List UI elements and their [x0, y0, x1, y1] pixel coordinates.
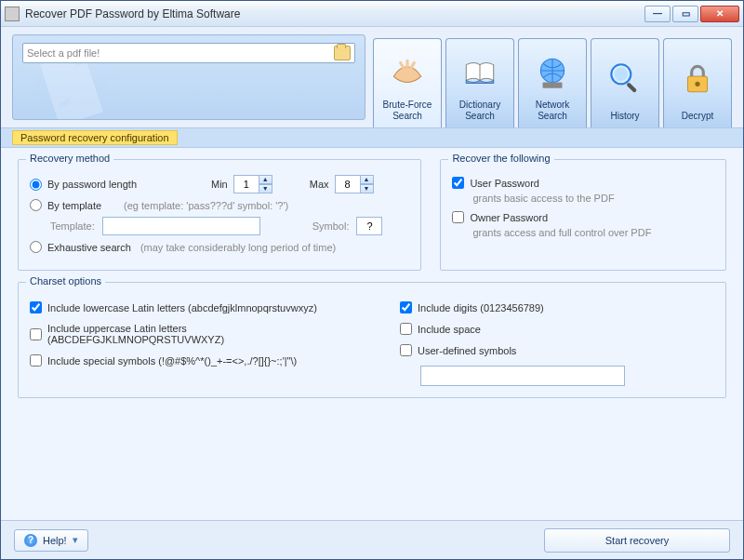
- file-input[interactable]: Select a pdf file!: [22, 43, 355, 63]
- user-password-label: User Password: [470, 178, 539, 189]
- dropdown-icon: ▾: [73, 534, 78, 546]
- min-label: Min: [211, 179, 228, 190]
- max-label: Max: [310, 179, 329, 190]
- radio-by-length-row: By password length Min ▲▼ Max ▲▼: [30, 175, 409, 193]
- checkbox-lowercase[interactable]: [30, 301, 42, 313]
- checkbox-user-defined[interactable]: [400, 344, 412, 356]
- window-title: Recover PDF Password by Eltima Software: [25, 7, 644, 20]
- window-controls: — ▭ ✕: [644, 6, 739, 22]
- checkbox-user-password[interactable]: [452, 177, 464, 189]
- padlock-icon: [678, 45, 717, 111]
- group-legend: Charset options: [26, 275, 105, 287]
- browse-folder-icon[interactable]: [334, 46, 351, 60]
- radio-by-template-label: By template: [47, 200, 101, 211]
- tab-brute-force[interactable]: Brute-Force Search: [373, 38, 442, 127]
- exhaustive-hint: (may take considerably long period of ti…: [140, 242, 336, 253]
- tab-network[interactable]: Network Search: [518, 38, 587, 127]
- user-password-hint: grants basic access to the PDF: [472, 193, 714, 204]
- template-input[interactable]: [102, 217, 260, 235]
- tab-history[interactable]: History: [591, 38, 659, 127]
- group-legend: Recover the following: [448, 153, 553, 164]
- min-input[interactable]: [233, 175, 259, 193]
- special-label: Include special symbols (!@#$%^*()_+-=<>…: [47, 355, 297, 367]
- svg-rect-5: [626, 82, 637, 93]
- tab-label: Decrypt: [682, 111, 713, 122]
- top-area: .pdf Select a pdf file! Brute-Force Sear…: [1, 27, 743, 127]
- content-area: Recovery method By password length Min ▲…: [1, 148, 743, 520]
- svg-rect-2: [543, 82, 563, 87]
- checkbox-special[interactable]: [30, 354, 42, 367]
- start-recovery-button[interactable]: Start recovery: [544, 528, 730, 553]
- handshake-icon: [388, 45, 427, 100]
- tab-label: Dictionary Search: [448, 100, 512, 122]
- radio-by-template-row: By template (eg template: 'pass???d' sym…: [30, 199, 409, 211]
- owner-password-label: Owner Password: [470, 212, 548, 223]
- book-icon: [460, 45, 499, 100]
- file-input-placeholder: Select a pdf file!: [27, 47, 334, 59]
- help-icon: ?: [24, 534, 37, 547]
- recover-following-group: Recover the following User Password gran…: [440, 159, 726, 271]
- symbol-label: Symbol:: [312, 220, 350, 232]
- template-hint: (eg template: 'pass???d' symbol: '?'): [124, 200, 288, 211]
- radio-by-length-label: By password length: [47, 179, 178, 190]
- max-spinner[interactable]: ▲▼: [335, 175, 374, 193]
- checkbox-space[interactable]: [400, 323, 412, 335]
- checkbox-digits[interactable]: [400, 301, 412, 313]
- max-input[interactable]: [335, 175, 361, 193]
- spin-up-icon[interactable]: ▲: [259, 175, 272, 184]
- lowercase-label: Include lowercase Latin letters (abcdefg…: [47, 302, 317, 313]
- config-bar: Password recovery configuration: [1, 127, 743, 148]
- symbol-input[interactable]: [356, 217, 382, 235]
- file-picker-panel: .pdf Select a pdf file!: [12, 34, 365, 120]
- app-icon: [5, 7, 20, 21]
- min-spinner[interactable]: ▲▼: [233, 175, 272, 193]
- radio-exhaustive[interactable]: [30, 241, 42, 253]
- footer: ? Help! ▾ Start recovery: [1, 520, 743, 559]
- template-fields-row: Template: Symbol:: [50, 217, 409, 235]
- user-defined-label: User-defined symbols: [418, 345, 516, 356]
- close-button[interactable]: ✕: [700, 6, 739, 22]
- owner-password-hint: grants access and full control over PDF: [472, 227, 714, 238]
- user-defined-input[interactable]: [420, 366, 625, 386]
- titlebar: Recover PDF Password by Eltima Software …: [1, 1, 743, 27]
- tab-label: History: [610, 111, 639, 122]
- tab-label: Network Search: [521, 100, 584, 122]
- help-label: Help!: [43, 535, 67, 546]
- template-label: Template:: [50, 220, 95, 232]
- space-label: Include space: [418, 324, 481, 335]
- minimize-button[interactable]: —: [644, 6, 671, 22]
- radio-exhaustive-label: Exhaustive search: [47, 242, 131, 253]
- checkbox-owner-password[interactable]: [452, 211, 464, 223]
- main-tabs: Brute-Force Search Dictionary Search Net…: [373, 38, 732, 127]
- config-bar-label: Password recovery configuration: [12, 130, 178, 145]
- recovery-method-group: Recovery method By password length Min ▲…: [18, 159, 421, 271]
- magnifier-icon: [605, 45, 644, 111]
- svg-point-7: [695, 81, 699, 86]
- spin-down-icon[interactable]: ▼: [259, 184, 272, 193]
- tab-dictionary[interactable]: Dictionary Search: [445, 38, 514, 127]
- tab-decrypt[interactable]: Decrypt: [663, 38, 732, 127]
- app-window: Recover PDF Password by Eltima Software …: [0, 0, 744, 560]
- globe-icon: [533, 45, 572, 100]
- radio-by-template[interactable]: [30, 199, 42, 211]
- spin-down-icon[interactable]: ▼: [361, 184, 374, 193]
- tab-label: Brute-Force Search: [376, 100, 439, 122]
- digits-label: Include digits (0123456789): [418, 302, 544, 313]
- svg-point-4: [614, 67, 628, 81]
- radio-exhaustive-row: Exhaustive search (may take considerably…: [30, 241, 409, 253]
- radio-by-length[interactable]: [30, 179, 42, 191]
- maximize-button[interactable]: ▭: [672, 6, 698, 22]
- charset-group: Charset options Include lowercase Latin …: [18, 282, 726, 398]
- group-legend: Recovery method: [26, 153, 113, 164]
- help-button[interactable]: ? Help! ▾: [14, 529, 88, 552]
- checkbox-uppercase[interactable]: [30, 328, 42, 340]
- uppercase-label: Include uppercase Latin letters (ABCDEFG…: [47, 323, 344, 345]
- spin-up-icon[interactable]: ▲: [361, 175, 374, 184]
